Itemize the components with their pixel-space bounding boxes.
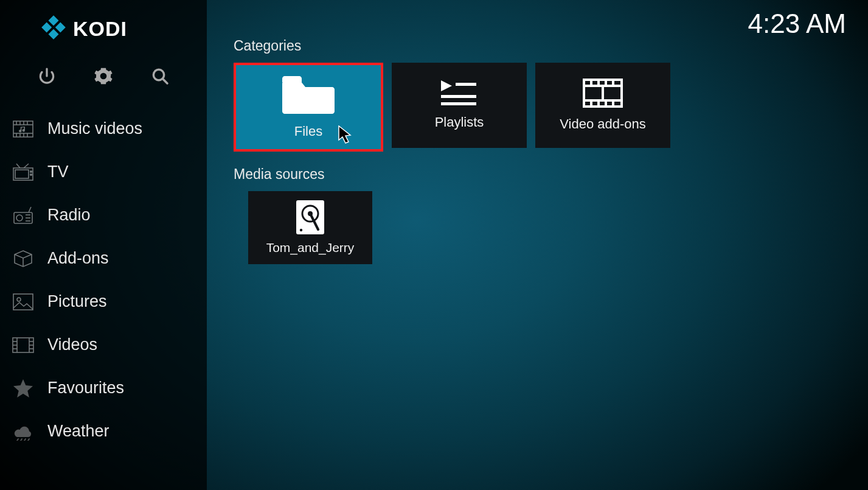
search-icon[interactable] <box>150 66 170 88</box>
kodi-logo-icon <box>41 15 66 42</box>
svg-line-21 <box>16 164 20 168</box>
main-content: Categories Files Playlists <box>234 38 868 264</box>
playlist-icon <box>441 80 477 106</box>
app-name: KODI <box>73 17 127 41</box>
svg-point-19 <box>30 170 32 172</box>
svg-line-40 <box>17 439 18 441</box>
sidebar-item-tv[interactable]: TV <box>0 150 207 194</box>
sidebar-item-label: Favourites <box>47 379 124 397</box>
svg-line-43 <box>28 439 29 441</box>
sidebar-item-label: TV <box>47 163 69 181</box>
svg-line-41 <box>21 439 22 441</box>
svg-line-5 <box>163 79 168 83</box>
sidebar-item-label: Weather <box>47 422 109 441</box>
svg-rect-29 <box>13 294 33 310</box>
sidebar-item-label: Music videos <box>47 119 142 138</box>
tile-label: Playlists <box>435 114 484 130</box>
sidebar-item-label: Videos <box>47 335 97 354</box>
svg-line-22 <box>24 164 29 168</box>
svg-rect-45 <box>456 83 476 86</box>
sidebar-item-videos[interactable]: Videos <box>0 323 207 366</box>
category-tile-video-addons[interactable]: Video add-ons <box>535 63 670 148</box>
category-tile-files[interactable]: Files <box>234 63 383 152</box>
svg-marker-44 <box>441 80 452 91</box>
sidebar-item-favourites[interactable]: Favourites <box>0 366 207 410</box>
sidebar-item-label: Add-ons <box>47 249 109 268</box>
video-icon <box>10 335 36 355</box>
categories-row: Files Playlists <box>234 63 868 152</box>
clock: 4:23 AM <box>748 9 846 39</box>
media-sources-title: Media sources <box>234 166 868 183</box>
tile-label: Files <box>294 124 322 139</box>
box-icon <box>10 249 36 268</box>
svg-rect-0 <box>49 15 59 26</box>
categories-title: Categories <box>234 38 868 54</box>
svg-rect-46 <box>441 95 476 98</box>
sidebar-item-label: Pictures <box>47 292 107 311</box>
sidebar-item-music-videos[interactable]: Music videos <box>0 107 207 150</box>
sidebar-item-radio[interactable]: Radio <box>0 194 207 237</box>
radio-icon <box>10 206 36 225</box>
tile-label: Video add-ons <box>560 116 646 132</box>
tile-label: Tom_and_Jerry <box>266 240 355 255</box>
svg-rect-2 <box>41 23 52 33</box>
film-icon <box>583 79 623 108</box>
svg-rect-18 <box>15 170 29 178</box>
music-video-icon <box>10 119 36 139</box>
picture-icon <box>10 292 36 312</box>
sidebar: KODI <box>0 0 207 490</box>
folder-icon <box>282 75 335 115</box>
media-source-tile-tom-and-jerry[interactable]: Tom_and_Jerry <box>248 191 372 264</box>
svg-point-24 <box>16 215 23 221</box>
category-tile-playlists[interactable]: Playlists <box>392 63 527 148</box>
sidebar-item-weather[interactable]: Weather <box>0 410 207 453</box>
power-icon[interactable] <box>37 66 57 88</box>
settings-gear-icon[interactable] <box>94 66 113 88</box>
svg-point-20 <box>30 173 32 175</box>
sidebar-item-pictures[interactable]: Pictures <box>0 280 207 323</box>
svg-line-28 <box>29 207 31 212</box>
sidebar-item-addons[interactable]: Add-ons <box>0 237 207 280</box>
sidebar-menu: Music videos TV Radio <box>0 96 207 453</box>
svg-line-42 <box>24 439 26 441</box>
media-sources-row: Tom_and_Jerry <box>234 191 868 264</box>
sidebar-item-label: Radio <box>47 206 91 225</box>
svg-point-63 <box>300 229 302 231</box>
weather-icon <box>10 422 36 441</box>
svg-rect-1 <box>55 23 66 33</box>
star-icon <box>10 379 36 398</box>
tv-icon <box>10 163 36 182</box>
sidebar-toolbar <box>0 47 207 96</box>
hard-drive-icon <box>296 200 324 234</box>
svg-rect-3 <box>49 29 59 40</box>
logo: KODI <box>0 0 207 47</box>
svg-point-30 <box>17 298 21 301</box>
svg-rect-47 <box>441 102 476 105</box>
